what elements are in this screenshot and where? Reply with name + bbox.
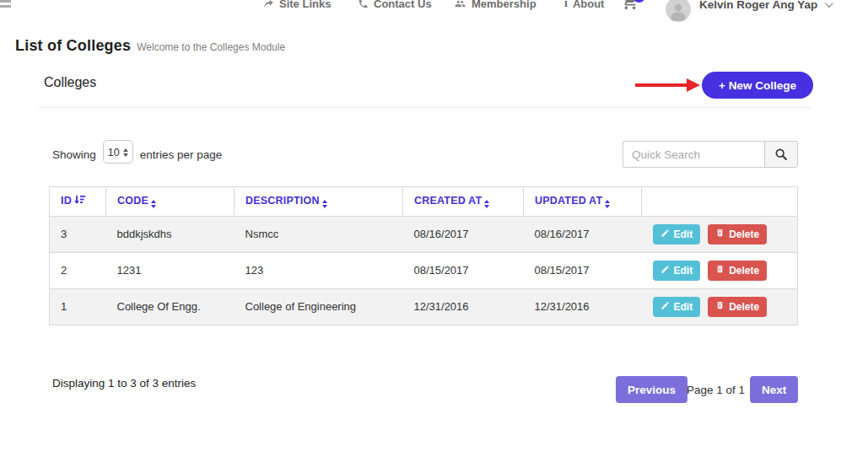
per-page-controls: Showing 10 entries per page: [52, 146, 222, 164]
cell-actions: EditDelete: [642, 216, 798, 252]
column-header-code[interactable]: CODE: [106, 187, 235, 217]
cell-description: Nsmcc: [235, 216, 403, 252]
cell-updated_at: 08/15/2017: [524, 252, 642, 288]
card-divider: [39, 107, 811, 108]
nav-item-label: Membership: [472, 0, 536, 10]
trash-icon: [715, 300, 725, 313]
column-header-id[interactable]: ID: [50, 187, 106, 217]
showing-label: Showing: [52, 148, 96, 161]
per-page-select[interactable]: 10: [103, 140, 133, 164]
sort-amount-down-icon: [74, 196, 85, 207]
top-navbar: Site Links Contact Us Membership i About…: [0, 0, 868, 25]
delete-button[interactable]: Delete: [708, 224, 767, 245]
column-header-description[interactable]: DESCRIPTION: [235, 187, 403, 217]
nav-item-label: Site Links: [279, 0, 331, 10]
trash-icon: [715, 228, 725, 240]
nav-item-membership[interactable]: Membership: [454, 0, 536, 10]
people-icon: [454, 0, 466, 9]
pencil-icon: [660, 301, 670, 313]
select-arrows-icon: [123, 148, 128, 157]
user-dropdown[interactable]: Kelvin Roger Ang Yap: [699, 0, 831, 11]
page-title: List of Colleges: [15, 37, 131, 54]
share-icon: [262, 0, 274, 10]
cell-updated_at: 12/31/2016: [524, 288, 642, 325]
entries-summary: Displaying 1 to 3 of 3 entries: [52, 377, 196, 390]
edit-button[interactable]: Edit: [653, 297, 701, 317]
new-college-button[interactable]: + New College: [702, 72, 813, 99]
nav-item-label: Contact Us: [374, 0, 432, 10]
sort-icon: [605, 200, 610, 208]
nav-item-site-links[interactable]: Site Links: [262, 0, 331, 10]
edit-button[interactable]: Edit: [653, 261, 701, 281]
phone-icon: [358, 0, 369, 9]
page-heading: List of CollegesWelcome to the Colleges …: [15, 37, 285, 55]
cell-code: bddkjskdhs: [106, 216, 235, 252]
sort-icon: [322, 200, 327, 208]
chevron-down-icon: [825, 0, 833, 8]
cell-updated_at: 08/16/2017: [524, 216, 642, 252]
cell-actions: EditDelete: [642, 288, 798, 325]
trash-icon: [715, 264, 725, 277]
cell-code: College Of Engg.: [106, 288, 235, 325]
user-name: Kelvin Roger Ang Yap: [699, 0, 817, 11]
colleges-table: IDCODEDESCRIPTIONCREATED ATUPDATED AT 3b…: [49, 186, 798, 325]
search-icon: [774, 148, 788, 161]
red-arrow-annotation: [635, 78, 700, 92]
cell-created_at: 12/31/2016: [403, 288, 524, 325]
column-header-created-at[interactable]: CREATED AT: [403, 187, 524, 217]
card-title: Colleges: [44, 75, 96, 90]
table-row: 3bddkjskdhsNsmcc08/16/201708/16/2017Edit…: [50, 216, 798, 252]
column-header-actions: [642, 187, 798, 217]
pencil-icon: [660, 228, 670, 240]
cell-id: 1: [50, 288, 106, 325]
hamburger-menu-icon[interactable]: [0, 0, 11, 10]
cell-description: College of Engineering: [235, 288, 403, 325]
nav-item-contact-us[interactable]: Contact Us: [358, 0, 432, 10]
delete-button[interactable]: Delete: [708, 297, 767, 317]
sort-icon: [151, 200, 156, 208]
nav-item-label: About: [573, 0, 605, 10]
table-body: 3bddkjskdhsNsmcc08/16/201708/16/2017Edit…: [50, 216, 798, 325]
nav-item-about[interactable]: i About: [564, 0, 604, 10]
page-subtitle: Welcome to the Colleges Module: [137, 41, 285, 53]
cell-created_at: 08/15/2017: [403, 252, 524, 288]
cell-id: 2: [50, 252, 106, 288]
edit-button[interactable]: Edit: [653, 224, 701, 245]
next-page-button[interactable]: Next: [750, 376, 798, 403]
per-page-value: 10: [108, 147, 120, 159]
search-button[interactable]: [764, 141, 798, 168]
delete-button[interactable]: Delete: [708, 261, 767, 281]
quick-search: [623, 141, 798, 168]
previous-page-button[interactable]: Previous: [616, 376, 687, 403]
cell-code: 1231: [106, 252, 235, 288]
table-row: 2123112308/15/201708/15/2017EditDelete: [50, 252, 798, 288]
person-icon: [668, 1, 688, 21]
info-icon: i: [564, 0, 568, 9]
column-header-updated-at[interactable]: UPDATED AT: [524, 187, 642, 217]
sort-icon: [484, 200, 489, 208]
cart-button[interactable]: [621, 0, 650, 14]
cell-description: 123: [235, 252, 403, 288]
avatar[interactable]: [666, 0, 691, 22]
cell-created_at: 08/16/2017: [403, 216, 524, 252]
table-header-row: IDCODEDESCRIPTIONCREATED ATUPDATED AT: [50, 187, 798, 217]
cell-id: 3: [50, 216, 106, 252]
page-info: Page 1 of 1: [687, 384, 745, 396]
table-row: 1College Of Engg.College of Engineering1…: [50, 288, 798, 325]
pencil-icon: [660, 265, 670, 277]
entries-per-page-label: entries per page: [140, 148, 223, 161]
search-input[interactable]: [623, 141, 764, 168]
cell-actions: EditDelete: [642, 252, 798, 288]
